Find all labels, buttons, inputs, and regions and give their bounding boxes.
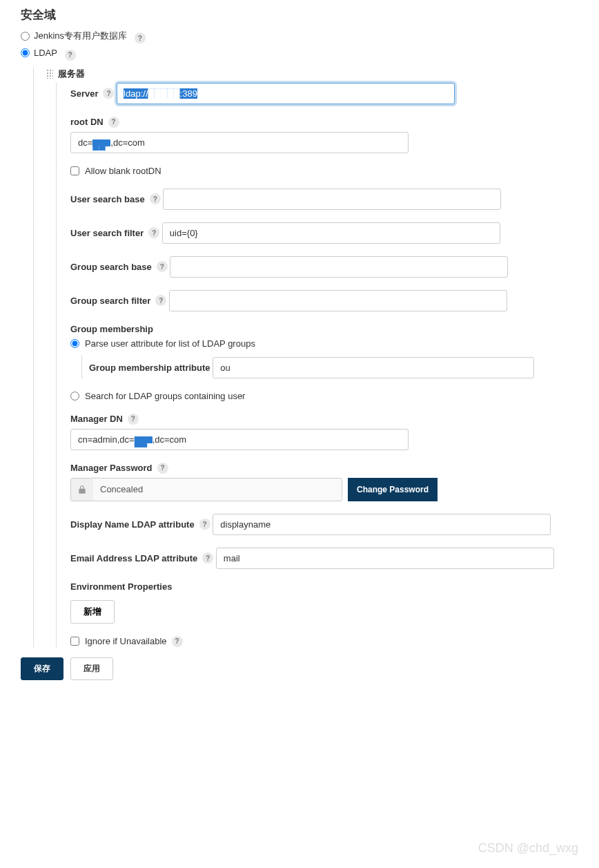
help-icon[interactable]: ? [65, 50, 76, 61]
group-search-radio[interactable] [70, 392, 79, 401]
env-props-label: Environment Properties [70, 581, 172, 592]
help-icon[interactable]: ? [128, 414, 139, 425]
realm-radio-ldap[interactable] [21, 48, 30, 57]
apply-button[interactable]: 应用 [70, 657, 113, 680]
lock-icon [71, 479, 93, 501]
help-icon[interactable]: ? [108, 117, 119, 128]
server-input-wrap: ldap://█████:389 [117, 83, 455, 104]
password-display: Concealed [70, 478, 342, 501]
user-search-base-input[interactable] [163, 189, 501, 210]
realm-radio-ldap-row: LDAP ? [21, 48, 578, 61]
server-header-cn: 服务器 [58, 68, 85, 79]
group-search-filter-label: Group search filter [70, 296, 150, 306]
save-button[interactable]: 保存 [21, 657, 63, 680]
help-icon[interactable]: ? [157, 261, 168, 272]
group-membership-attr-input[interactable] [213, 357, 534, 378]
group-membership-attr-label: Group membership attribute [89, 363, 210, 373]
user-search-base-label: User search base [70, 194, 145, 204]
group-search-label: Search for LDAP groups containing user [85, 391, 245, 401]
help-icon[interactable]: ? [155, 295, 166, 306]
root-dn-input[interactable]: dc=██,dc=com [70, 132, 409, 153]
user-search-filter-input[interactable] [162, 222, 500, 244]
realm-jenkins-label: Jenkins专有用户数据库 [34, 30, 127, 42]
drag-handle-icon[interactable] [46, 69, 53, 79]
group-search-base-input[interactable] [170, 256, 508, 278]
help-icon[interactable]: ? [103, 88, 114, 99]
manager-password-label: Manager Password [70, 463, 153, 473]
manager-dn-label: Manager DN [70, 414, 123, 424]
root-dn-label: root DN [70, 117, 104, 127]
allow-blank-rootdn-checkbox[interactable] [70, 166, 79, 175]
display-name-attr-label: Display Name LDAP attribute [70, 519, 195, 530]
help-icon[interactable]: ? [172, 636, 183, 647]
concealed-text: Concealed [93, 479, 150, 499]
section-title: 安全域 [21, 7, 578, 23]
group-parse-label: Parse user attribute for list of LDAP gr… [85, 338, 255, 349]
ignore-unavailable-label: Ignore if Unavailable [85, 636, 167, 646]
add-env-button[interactable]: 新增 [70, 600, 115, 624]
server-header-row: 服务器 [46, 68, 578, 80]
realm-radio-jenkins-row: Jenkins专有用户数据库 ? [21, 30, 578, 44]
help-icon[interactable]: ? [202, 552, 213, 563]
group-membership-label: Group membership [70, 324, 153, 334]
realm-ldap-label: LDAP [34, 48, 57, 58]
help-icon[interactable]: ? [199, 519, 210, 530]
help-icon[interactable]: ? [148, 227, 159, 238]
change-password-button[interactable]: Change Password [348, 478, 438, 501]
group-search-base-label: Group search base [70, 262, 152, 272]
help-icon[interactable]: ? [157, 463, 168, 474]
group-search-filter-input[interactable] [169, 290, 507, 311]
realm-radio-jenkins[interactable] [21, 32, 30, 41]
email-attr-input[interactable] [216, 548, 554, 569]
display-name-attr-input[interactable] [213, 514, 551, 535]
group-parse-radio[interactable] [70, 339, 79, 348]
email-attr-label: Email Address LDAP attribute [70, 553, 197, 563]
allow-blank-rootdn-label: Allow blank rootDN [85, 166, 161, 176]
help-icon[interactable]: ? [135, 32, 146, 44]
server-label: Server [70, 88, 98, 99]
server-input[interactable]: ldap://█████:389 [117, 83, 455, 104]
manager-dn-input[interactable]: cn=admin,dc=██,dc=com [70, 429, 409, 450]
help-icon[interactable]: ? [150, 193, 161, 204]
user-search-filter-label: User search filter [70, 228, 144, 238]
ignore-unavailable-checkbox[interactable] [70, 637, 79, 646]
